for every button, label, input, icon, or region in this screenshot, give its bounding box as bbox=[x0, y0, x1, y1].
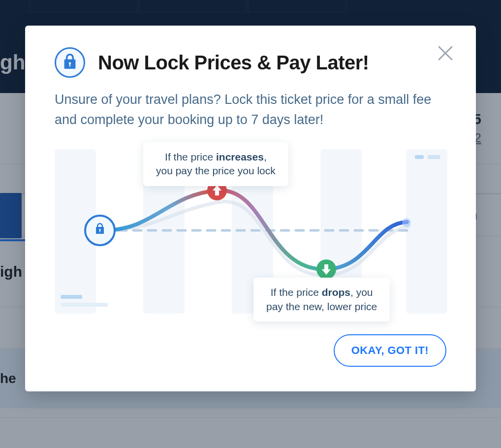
close-button[interactable] bbox=[435, 42, 456, 64]
svg-rect-8 bbox=[61, 303, 108, 307]
lock-icon bbox=[63, 54, 77, 71]
price-lock-modal: Now Lock Prices & Pay Later! Unsure of y… bbox=[25, 26, 476, 391]
modal-subtitle: Unsure of your travel plans? Lock this t… bbox=[55, 90, 446, 129]
tooltip-strong: drops bbox=[322, 287, 350, 298]
modal-overlay: Now Lock Prices & Pay Later! Unsure of y… bbox=[0, 0, 501, 448]
price-chart: If the price increases, you pay the pric… bbox=[55, 139, 447, 321]
close-icon bbox=[435, 57, 456, 65]
okay-got-it-button[interactable]: OKAY, GOT IT! bbox=[334, 334, 446, 367]
tooltip-price-drop: If the price drops, you pay the new, low… bbox=[253, 278, 390, 321]
svg-point-12 bbox=[85, 216, 115, 245]
svg-rect-7 bbox=[61, 295, 82, 299]
tooltip-price-increase: If the price increases, you pay the pric… bbox=[143, 142, 288, 186]
modal-footer: OKAY, GOT IT! bbox=[55, 334, 446, 367]
modal-title: Now Lock Prices & Pay Later! bbox=[98, 52, 369, 74]
tooltip-strong: increases bbox=[216, 151, 264, 162]
svg-rect-10 bbox=[428, 155, 440, 159]
tooltip-text: If the price bbox=[271, 287, 322, 298]
price-endpoint-dot bbox=[402, 218, 411, 227]
modal-header: Now Lock Prices & Pay Later! bbox=[55, 47, 446, 78]
tooltip-text: If the price bbox=[165, 151, 216, 162]
svg-rect-9 bbox=[415, 155, 424, 159]
lock-badge bbox=[55, 47, 85, 78]
svg-rect-6 bbox=[406, 149, 447, 314]
